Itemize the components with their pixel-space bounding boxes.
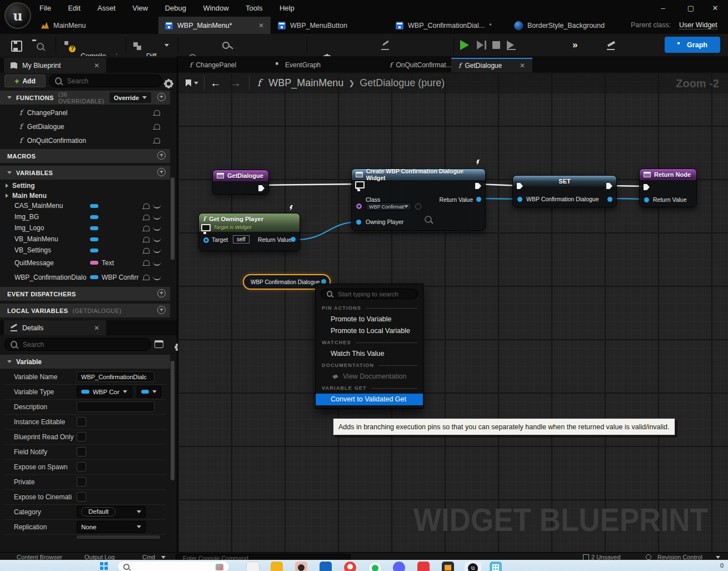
expose-on-spawn-checkbox[interactable] [77,462,86,471]
menu-item-promote-to-local-variable[interactable]: Promote to Local Variable [316,325,423,337]
menu-view[interactable]: View [125,0,155,17]
my-blueprint-scrollbar[interactable] [171,177,174,260]
save-icon[interactable] [11,41,22,52]
class-input-pin[interactable] [356,203,362,209]
override-dropdown[interactable]: Override [109,92,151,103]
close-button[interactable]: ✕ [707,0,724,17]
menu-window[interactable]: Window [196,0,236,17]
tab-close-icon[interactable]: ✕ [94,324,99,332]
taskbar-app-unreal-active[interactable]: u [465,562,481,571]
content-browser-button[interactable]: Content Browser [17,553,62,560]
tab-close-icon[interactable]: ✕ [520,62,525,69]
graph-tab-eventgraph[interactable]: EventGraph [268,58,328,72]
browse-asset-icon[interactable] [425,216,432,223]
eye-closed-icon[interactable] [153,236,161,242]
local-variables-section-header[interactable]: LOCAL VARIABLES (GETDIALOGUE) [0,304,170,317]
taskbar-app-briefcase[interactable] [320,562,332,571]
bell-icon[interactable] [154,124,160,129]
bell-icon[interactable] [143,248,149,253]
variable-category-setting[interactable]: Setting [0,181,170,190]
function-row-changepanel[interactable]: f ChangePanel [0,106,170,119]
bell-icon[interactable] [143,275,149,280]
variable-category-mainmenu[interactable]: Main Menu [0,191,170,200]
node-getdialogue-entry[interactable]: GetDialogue [212,170,269,195]
add-button[interactable]: + Add [4,75,46,87]
taskbar-app-calculator[interactable] [490,562,502,571]
menu-item-view-documentation[interactable]: View Documentation [316,371,423,383]
taskbar-app-spotify[interactable] [368,562,382,571]
my-blueprint-tab[interactable]: My Blueprint ✕ [4,58,106,73]
blueprint-read-only-checkbox[interactable] [77,432,86,441]
eye-closed-icon[interactable] [153,247,161,253]
parent-class-link[interactable]: User Widget [679,21,717,29]
taskbar-app-file-explorer[interactable] [246,562,260,571]
replication-dropdown[interactable]: None [77,521,146,533]
event-dispatchers-section-header[interactable]: EVENT DISPATCHERS [0,287,170,301]
nav-forward-icon[interactable]: → [230,77,241,90]
taskbar-search[interactable] [118,562,229,571]
node-return[interactable]: Return Node Return Value [639,168,697,207]
search-input[interactable] [66,77,156,86]
details-tab[interactable]: Details ✕ [4,320,106,335]
variable-row[interactable]: QuitMessage Text [0,257,170,269]
windows-start-icon[interactable] [100,562,108,570]
variable-row[interactable]: WBP_ConfirmationDialo WBP Confirr [0,271,170,283]
value-output-pin[interactable] [607,197,612,202]
graph-tab-getdialogue[interactable]: f GetDialogue ✕ [451,58,532,72]
node-set-variable[interactable]: SET WBP Confirmation Dialogue [512,175,617,207]
variable-row[interactable]: VB_Settings [0,245,170,256]
my-blueprint-search[interactable] [49,75,162,87]
variable-row[interactable]: Img_Logo [0,222,170,234]
taskbar-app-screenshot[interactable] [295,562,307,571]
nav-back-icon[interactable]: ← [210,77,221,90]
unsaved-indicator[interactable]: 2 Unsaved [591,553,621,560]
tab-wbp-confirmationdialogue[interactable]: WBP_ConfirmationDial... * [389,17,498,34]
panel-settings-gear-icon[interactable] [166,81,172,87]
category-dropdown[interactable]: Default [77,506,146,518]
node-get-owning-player[interactable]: f Get Owning Player Target is Widget Tar… [198,213,300,251]
variable-row[interactable]: CAS_MainMenu [0,200,170,211]
return-value-output-pin[interactable] [291,237,296,242]
details-search[interactable] [4,338,151,351]
functions-section-header[interactable]: FUNCTIONS (36 OVERRIDABLE) Override [0,91,170,105]
taskbar-app-chrome[interactable] [344,562,356,571]
variables-section-header[interactable]: VARIABLES [0,166,170,180]
tab-wbp-menubutton[interactable]: WBP_MenuButton [271,17,354,34]
menu-asset[interactable]: Asset [90,0,123,17]
menu-item-watch-this-value[interactable]: Watch This Value [316,348,423,360]
variable-name-field[interactable]: WBP_ConfirmationDialc [77,371,154,382]
eye-closed-icon[interactable] [153,275,161,280]
taskbar-app-flag[interactable] [417,562,430,571]
function-row-onquitconfirmation[interactable]: f OnQuitConfirmation [0,134,170,147]
details-search-input[interactable] [22,340,145,349]
taskbar-app-game[interactable] [442,562,454,571]
bell-icon[interactable] [143,215,149,220]
details-scrollbar[interactable] [171,361,174,480]
bell-icon[interactable] [143,226,149,231]
taskbar-app-discord[interactable] [393,562,405,571]
add-variable-icon[interactable]: + [157,168,166,176]
menu-file[interactable]: File [32,0,58,17]
add-macro-icon[interactable]: + [157,151,166,160]
value-input-pin[interactable] [517,197,522,202]
tab-mainmenu-level[interactable]: MainMenu [34,17,92,34]
graph-tab-onquitconfirmation[interactable]: f OnQuitConfirmat... [382,58,458,72]
exec-output-pin[interactable] [258,185,265,191]
function-row-getdialogue[interactable]: f GetDialogue [0,120,170,133]
unreal-engine-logo-icon[interactable]: u [4,2,31,29]
tab-borderstyle-background[interactable]: BorderStyle_Background [507,17,611,34]
menu-edit[interactable]: Edit [61,0,87,17]
bookmark-icon[interactable] [186,80,191,87]
toolbar-overflow-icon[interactable]: » [572,34,576,56]
exec-input-pin[interactable] [644,184,650,190]
add-event-dispatcher-icon[interactable]: + [157,289,166,297]
play-to-icon[interactable] [507,41,514,49]
use-selected-icon[interactable] [415,203,421,210]
add-local-variable-icon[interactable]: + [157,306,166,314]
eye-closed-icon[interactable] [153,214,161,220]
bell-icon[interactable] [143,203,149,208]
menu-help[interactable]: Help [272,0,302,17]
variable-row[interactable]: VB_MainMenu [0,234,170,245]
menu-tools[interactable]: Tools [238,0,270,17]
blueprint-graph-canvas[interactable]: ← → f WBP_MainMenu ❯ GetDialogue (pure) … [178,72,728,552]
